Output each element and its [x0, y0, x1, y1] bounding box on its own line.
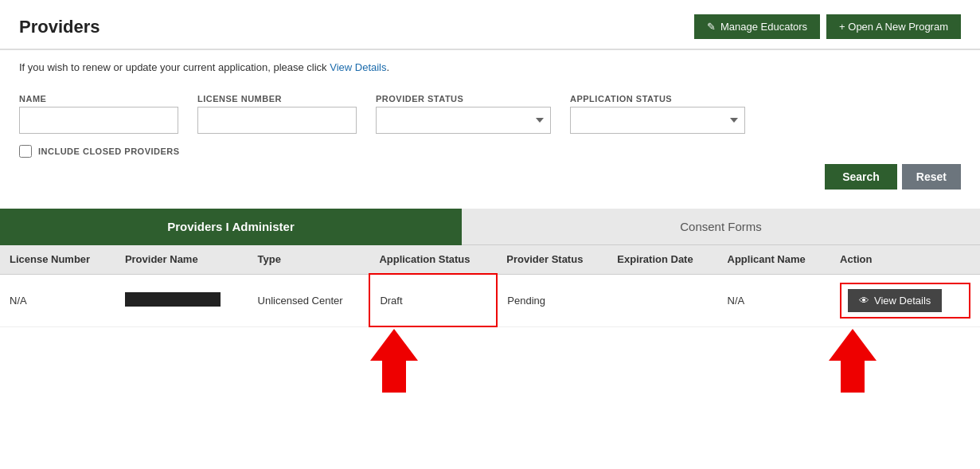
name-label: NAME	[19, 94, 178, 104]
manage-educators-button[interactable]: ✎ Manage Educators	[694, 14, 820, 39]
tabs-row: Providers I Administer Consent Forms	[0, 209, 980, 245]
license-number-input[interactable]	[197, 107, 357, 134]
page-title: Providers	[19, 17, 100, 37]
tab-providers[interactable]: Providers I Administer	[0, 209, 462, 245]
page-header: Providers ✎ Manage Educators + Open A Ne…	[0, 0, 980, 50]
svg-marker-1	[829, 329, 877, 393]
provider-status-select[interactable]	[376, 107, 551, 134]
table-body: N/A Unlicensed Center Draft Pending N/A	[0, 274, 980, 326]
col-type: Type	[248, 245, 370, 274]
info-text: If you wish to renew or update your curr…	[0, 50, 980, 81]
filter-area: NAME LICENSE NUMBER PROVIDER STATUS APPL…	[0, 81, 980, 209]
left-up-arrow	[362, 329, 426, 393]
open-new-program-button[interactable]: + Open A New Program	[826, 14, 961, 39]
providers-table: License Number Provider Name Type Applic…	[0, 245, 980, 327]
view-details-link[interactable]: View Details	[330, 61, 386, 73]
cell-application-status: Draft	[369, 274, 497, 326]
edit-icon: ✎	[707, 21, 716, 33]
cell-type: Unlicensed Center	[248, 274, 370, 326]
cell-expiration-date	[607, 274, 717, 326]
provider-status-label: PROVIDER STATUS	[376, 94, 551, 104]
provider-status-filter-group: PROVIDER STATUS	[376, 94, 551, 134]
table-row: N/A Unlicensed Center Draft Pending N/A	[0, 274, 980, 326]
view-details-button[interactable]: 👁 View Details	[848, 289, 942, 312]
col-application-status: Application Status	[369, 245, 497, 274]
col-expiration-date: Expiration Date	[607, 245, 717, 274]
cell-license-number: N/A	[0, 274, 115, 326]
application-status-label: APPLICATION STATUS	[570, 94, 745, 104]
arrows-area	[0, 327, 980, 399]
action-highlight: 👁 View Details	[840, 283, 970, 319]
search-reset-row: Search Reset	[19, 164, 961, 196]
application-status-filter-group: APPLICATION STATUS	[570, 94, 745, 134]
tab-consent-forms[interactable]: Consent Forms	[462, 209, 980, 245]
cell-provider-status: Pending	[497, 274, 607, 326]
name-input[interactable]	[19, 107, 178, 134]
col-applicant-name: Applicant Name	[718, 245, 831, 274]
col-license-number: License Number	[0, 245, 115, 274]
search-button[interactable]: Search	[825, 164, 897, 190]
name-filter-group: NAME	[19, 94, 178, 134]
filter-row: NAME LICENSE NUMBER PROVIDER STATUS APPL…	[19, 94, 961, 134]
include-closed-checkbox[interactable]	[19, 145, 32, 158]
eye-icon: 👁	[859, 295, 869, 307]
table-wrapper: License Number Provider Name Type Applic…	[0, 245, 980, 327]
header-buttons: ✎ Manage Educators + Open A New Program	[694, 14, 961, 39]
col-action: Action	[830, 245, 980, 274]
table-header: License Number Provider Name Type Applic…	[0, 245, 980, 274]
redacted-provider-name	[125, 292, 221, 307]
cell-applicant-name: N/A	[718, 274, 831, 326]
col-provider-name: Provider Name	[115, 245, 248, 274]
application-status-select[interactable]	[570, 107, 745, 134]
cell-provider-name	[115, 274, 248, 326]
right-up-arrow	[821, 329, 884, 393]
include-closed-row: INCLUDE CLOSED PROVIDERS	[19, 145, 961, 158]
reset-button[interactable]: Reset	[902, 164, 961, 190]
include-closed-label: INCLUDE CLOSED PROVIDERS	[38, 147, 180, 156]
svg-marker-0	[370, 329, 418, 393]
cell-action: 👁 View Details	[830, 274, 980, 326]
license-number-label: LICENSE NUMBER	[197, 94, 357, 104]
license-filter-group: LICENSE NUMBER	[197, 94, 357, 134]
col-provider-status: Provider Status	[497, 245, 607, 274]
